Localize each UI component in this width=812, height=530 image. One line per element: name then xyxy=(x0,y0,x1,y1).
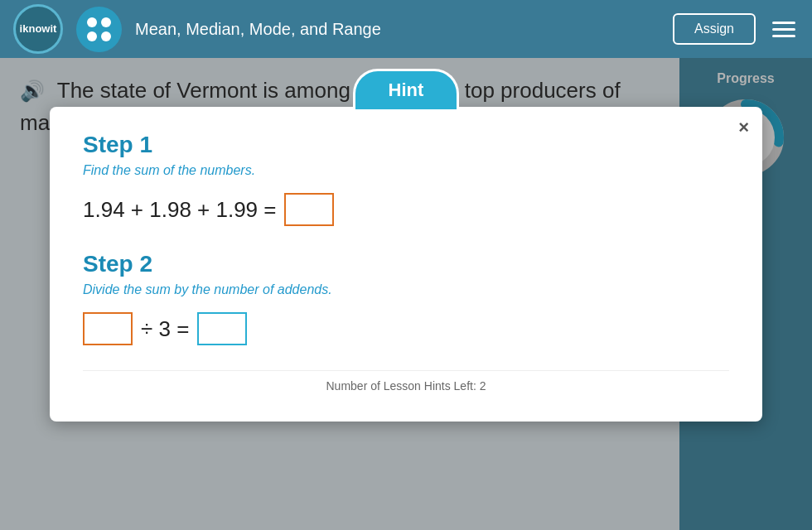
assign-button[interactable]: Assign xyxy=(673,13,756,45)
step2-description: Divide the sum by the number of addends. xyxy=(83,282,729,297)
dot xyxy=(87,31,97,41)
close-button[interactable]: × xyxy=(738,117,749,138)
menu-button[interactable] xyxy=(769,18,799,41)
step1-answer-box[interactable] xyxy=(284,193,334,226)
step2-answer-box[interactable] xyxy=(197,312,247,345)
logo-text: iknowit xyxy=(20,23,57,35)
step2-equation: ÷ 3 = xyxy=(83,312,729,345)
app-header: iknowit Mean, Median, Mode, and Range As… xyxy=(0,0,812,58)
dot xyxy=(87,17,97,27)
dots-grid xyxy=(82,12,116,46)
step1-description: Find the sum of the numbers. xyxy=(83,163,729,178)
hamburger-line xyxy=(772,22,795,24)
hints-remaining: Number of Lesson Hints Left: 2 xyxy=(83,370,729,393)
dot xyxy=(101,17,111,27)
step1-equation: 1.94 + 1.98 + 1.99 = xyxy=(83,193,729,226)
hint-modal-box: × Step 1 Find the sum of the numbers. 1.… xyxy=(50,107,762,422)
header-title: Mean, Median, Mode, and Range xyxy=(135,20,660,39)
step1-equation-text: 1.94 + 1.98 + 1.99 = xyxy=(83,197,276,223)
logo: iknowit xyxy=(13,4,63,54)
hint-tab: Hint xyxy=(353,69,460,109)
step1-title: Step 1 xyxy=(83,132,729,158)
main-area: 🔊 The state of Vermont is among the worl… xyxy=(0,58,812,530)
step2-title: Step 2 xyxy=(83,251,729,277)
step2-section: Step 2 Divide the sum by the number of a… xyxy=(83,251,729,345)
step1-section: Step 1 Find the sum of the numbers. 1.94… xyxy=(83,132,729,226)
step2-equation-text: ÷ 3 = xyxy=(141,316,189,342)
hamburger-line xyxy=(772,28,795,31)
hamburger-line xyxy=(772,35,795,37)
step2-dividend-box[interactable] xyxy=(83,312,133,345)
dot xyxy=(101,31,111,41)
activity-icon xyxy=(76,7,122,52)
hint-modal-overlay: Hint × Step 1 Find the sum of the number… xyxy=(0,58,812,530)
